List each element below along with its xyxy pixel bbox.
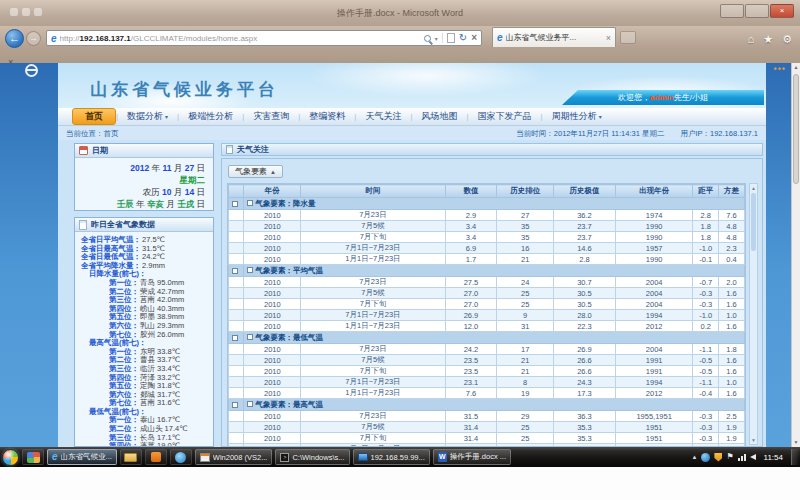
overflow-dots-icon[interactable]: ••• bbox=[774, 64, 786, 74]
page-scrollbar[interactable]: ▲ ▼ bbox=[791, 63, 800, 447]
group-checkbox-cell[interactable] bbox=[229, 332, 244, 344]
nav-tab-label: 首页 bbox=[85, 110, 103, 123]
group-checkbox-cell[interactable] bbox=[229, 399, 244, 411]
table-row[interactable]: 20107月5候31.42535.31951-0.31.9 bbox=[229, 422, 745, 433]
table-cell: 2010 bbox=[244, 243, 301, 254]
tab-close-icon[interactable]: × bbox=[606, 33, 611, 43]
show-desktop-button[interactable] bbox=[791, 449, 798, 465]
table-cell: 19 bbox=[497, 388, 554, 399]
chevron-down-icon[interactable]: ▾ bbox=[435, 35, 438, 42]
nav-tab-1[interactable]: 首页 bbox=[72, 108, 116, 125]
maximize-button[interactable] bbox=[745, 4, 769, 18]
table-cell: 2010 bbox=[244, 232, 301, 243]
volume-icon[interactable] bbox=[750, 454, 756, 460]
tray-app-icon[interactable] bbox=[701, 453, 710, 462]
quick-access-toolbar[interactable] bbox=[10, 8, 42, 16]
nav-tab-6[interactable]: 天气关注 bbox=[356, 109, 410, 124]
minimize-button[interactable] bbox=[720, 4, 744, 18]
pinned-app-icon[interactable] bbox=[145, 449, 167, 465]
table-row[interactable]: 20101月1日~7月23日1.7212.81990-0.10.4 bbox=[229, 254, 745, 265]
table-cell: 2010 bbox=[244, 221, 301, 232]
group-checkbox-cell[interactable] bbox=[229, 265, 244, 277]
group-header-row[interactable]: 气象要素：最高气温 bbox=[229, 399, 745, 411]
refresh-icon[interactable]: ↻ bbox=[459, 33, 467, 43]
favorites-star-icon[interactable]: ★ bbox=[763, 33, 773, 46]
home-icon[interactable]: ⌂ bbox=[748, 33, 755, 46]
group-checkbox-cell[interactable] bbox=[229, 198, 244, 210]
nav-tab-3[interactable]: 极端性分析 bbox=[179, 109, 242, 124]
table-cell: 1991 bbox=[615, 366, 692, 377]
taskbar-button-2[interactable]: Win2008 (VS2... bbox=[195, 449, 273, 465]
address-bar[interactable]: e http://192.168.137.1/GLCCLIMATE/module… bbox=[46, 30, 482, 46]
table-row[interactable]: 20107月5候3.43523.719901.84.8 bbox=[229, 221, 745, 232]
webpage: bing P ••• 山东省气候业务平台 欢迎您，admin 先生/小姐 首页|… bbox=[0, 63, 800, 447]
table-scrollbar[interactable]: ▲ ▼ bbox=[749, 183, 758, 445]
table-cell: 2004 bbox=[615, 277, 692, 288]
table-row[interactable]: 20107月1日~7月23日23.1824.31994-1.11.0 bbox=[229, 377, 745, 388]
search-icon[interactable] bbox=[424, 35, 431, 42]
nav-tab-2[interactable]: 数据分析▾ bbox=[118, 109, 177, 124]
pinned-explorer-icon[interactable] bbox=[120, 449, 142, 465]
table-row[interactable]: 20101月1日~7月23日12.03122.320120.21.6 bbox=[229, 321, 745, 332]
table-row[interactable]: 20107月下旬27.02530.52004-0.31.6 bbox=[229, 299, 745, 310]
scroll-up-arrow[interactable]: ▲ bbox=[750, 184, 757, 192]
pinned-media-center-icon[interactable] bbox=[22, 449, 44, 465]
table-row[interactable]: 20107月下旬31.42535.31951-0.31.9 bbox=[229, 433, 745, 444]
nav-tab-4[interactable]: 灾害查询 bbox=[244, 109, 298, 124]
table-cell: 26.9 bbox=[554, 344, 616, 355]
checkbox[interactable] bbox=[247, 267, 253, 273]
start-button[interactable] bbox=[2, 449, 19, 466]
close-button[interactable]: × bbox=[770, 4, 794, 18]
nav-tab-5[interactable]: 整编资料 bbox=[300, 109, 354, 124]
checkbox[interactable] bbox=[232, 268, 238, 274]
scroll-down-arrow[interactable]: ▼ bbox=[750, 436, 757, 444]
group-header-row[interactable]: 气象要素：降水量 bbox=[229, 198, 745, 210]
table-row[interactable]: 20107月23日24.21726.92004-1.11.8 bbox=[229, 344, 745, 355]
weather-element-filter-button[interactable]: 气象要素 ▲ bbox=[228, 165, 283, 178]
taskbar-button-1[interactable]: e山东省气候业... bbox=[47, 449, 117, 465]
nav-tab-8[interactable]: 国家下发产品 bbox=[469, 109, 541, 124]
network-icon[interactable] bbox=[738, 454, 746, 461]
group-label: 气象要素：降水量 bbox=[255, 199, 315, 208]
taskbar-button-5[interactable]: W操作手册.docx ... bbox=[433, 449, 511, 465]
checkbox[interactable] bbox=[232, 335, 238, 341]
taskbar-button-3[interactable]: >C:\Windows\s... bbox=[275, 449, 349, 465]
table-row[interactable]: 20107月1日~7月23日6.91614.61957-1.02.3 bbox=[229, 243, 745, 254]
back-button[interactable]: ← bbox=[5, 29, 24, 48]
checkbox[interactable] bbox=[232, 201, 238, 207]
hidden-icons-arrow[interactable]: ▲ bbox=[691, 454, 697, 460]
table-row[interactable]: 20107月23日27.52430.72004-0.72.0 bbox=[229, 277, 745, 288]
checkbox[interactable] bbox=[247, 401, 253, 407]
new-tab-button[interactable] bbox=[620, 31, 636, 44]
table-row[interactable]: 20101月1日~7月23日7.61917.32012-0.41.6 bbox=[229, 388, 745, 399]
page-scroll-up[interactable]: ▲ bbox=[792, 63, 800, 72]
page-scroll-thumb[interactable] bbox=[793, 74, 799, 184]
table-row[interactable]: 20107月下旬23.52126.61991-0.51.6 bbox=[229, 366, 745, 377]
table-row[interactable]: 20107月下旬3.43523.719901.84.8 bbox=[229, 232, 745, 243]
table-row[interactable]: 20107月23日2.92736.219742.87.6 bbox=[229, 210, 745, 221]
checkbox[interactable] bbox=[247, 334, 253, 340]
settings-gear-icon[interactable]: ⚙ bbox=[782, 33, 792, 46]
compatibility-icon[interactable] bbox=[447, 33, 455, 43]
nav-tab-9[interactable]: 周期性分析▾ bbox=[543, 109, 611, 124]
action-center-shield-icon[interactable] bbox=[714, 453, 722, 462]
pinned-media-player-icon[interactable] bbox=[170, 449, 192, 465]
group-header-row[interactable]: 气象要素：最低气温 bbox=[229, 332, 745, 344]
blocked-content-icon[interactable] bbox=[25, 64, 38, 77]
stop-icon[interactable]: × bbox=[471, 33, 477, 43]
forward-button[interactable]: → bbox=[26, 31, 41, 46]
checkbox[interactable] bbox=[232, 402, 238, 408]
browser-tab[interactable]: e 山东省气候业务平... × bbox=[492, 27, 616, 47]
table-row[interactable]: 20107月23日31.52936.31955,1951-0.32.5 bbox=[229, 411, 745, 422]
nav-tab-7[interactable]: 风场地图 bbox=[412, 109, 466, 124]
page-scroll-down[interactable]: ▼ bbox=[792, 438, 800, 447]
table-row[interactable]: 20107月5候23.52126.61991-0.51.6 bbox=[229, 355, 745, 366]
checkbox[interactable] bbox=[247, 200, 253, 206]
scroll-thumb[interactable] bbox=[751, 193, 756, 251]
taskbar-clock[interactable]: 11:54 bbox=[764, 453, 783, 462]
taskbar-button-4[interactable]: 192.168.59.99... bbox=[353, 449, 430, 465]
table-row[interactable]: 20107月1日~7月23日26.9928.01994-1.01.0 bbox=[229, 310, 745, 321]
flag-icon[interactable]: ⚑ bbox=[726, 453, 733, 461]
table-row[interactable]: 20107月5候27.02530.52004-0.31.6 bbox=[229, 288, 745, 299]
group-header-row[interactable]: 气象要素：平均气温 bbox=[229, 265, 745, 277]
